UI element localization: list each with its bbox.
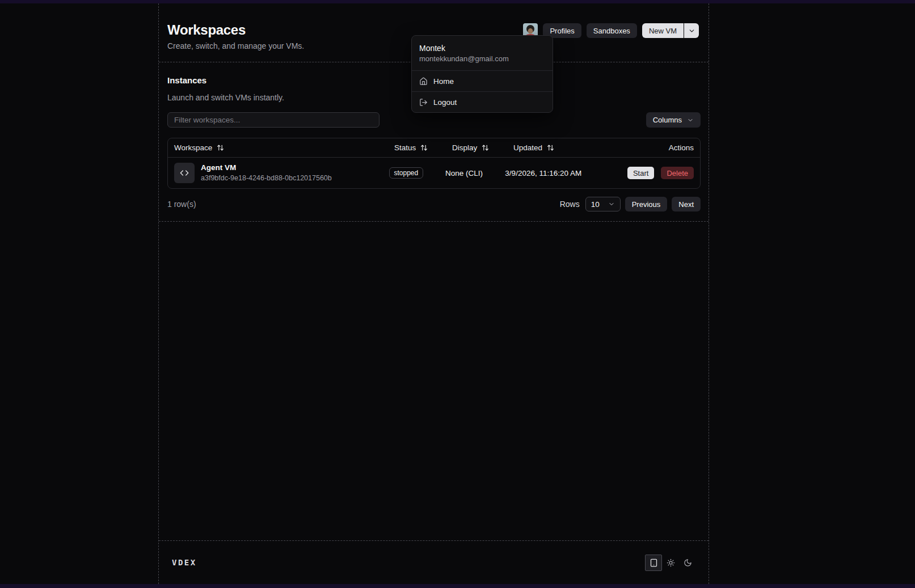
table-row: Agent VM a3f9bfdc-9e18-4246-bd88-0bc1201… — [168, 158, 700, 188]
new-vm-button[interactable]: New VM — [642, 23, 684, 38]
workspace-cell: Agent VM a3f9bfdc-9e18-4246-bd88-0bc1201… — [168, 163, 389, 183]
workspace-name: Agent VM — [201, 163, 332, 172]
previous-page-button[interactable]: Previous — [625, 197, 668, 211]
row-actions: Start Delete — [627, 167, 694, 179]
arrow-up-down-icon — [217, 144, 224, 151]
menu-item-home-label: Home — [433, 77, 454, 86]
column-header-updated[interactable]: Updated — [513, 143, 639, 152]
sandboxes-button[interactable]: Sandboxes — [587, 23, 637, 38]
top-accent-strip — [0, 0, 915, 3]
menu-item-home[interactable]: Home — [412, 71, 553, 91]
page-subtitle: Create, switch, and manage your VMs. — [167, 41, 304, 50]
column-header-status[interactable]: Status — [394, 143, 452, 152]
moon-icon — [684, 559, 692, 567]
arrow-up-down-icon — [547, 144, 554, 151]
pagination-controls: Rows 10 Previous Next — [560, 197, 701, 211]
page-title: Workspaces — [167, 22, 246, 38]
log-out-icon — [419, 98, 428, 107]
theme-toggle — [645, 555, 696, 571]
column-header-display[interactable]: Display — [452, 143, 513, 152]
chevron-down-icon — [687, 117, 694, 124]
column-header-workspace[interactable]: Workspace — [168, 143, 394, 152]
bottom-accent-strip — [0, 584, 915, 588]
display-cell: None (CLI) — [445, 168, 505, 178]
menu-item-logout[interactable]: Logout — [412, 92, 553, 112]
rows-per-page-select[interactable]: 10 — [585, 197, 621, 211]
theme-light-button[interactable] — [662, 555, 679, 571]
workspace-id: a3f9bfdc-9e18-4246-bd88-0bc12017560b — [201, 174, 332, 183]
theme-dark-button[interactable] — [679, 555, 696, 571]
columns-button-label: Columns — [653, 116, 682, 124]
page-footer: VDEX — [159, 540, 709, 584]
table-header-row: Workspace Status Display Updated Actions — [168, 138, 700, 158]
arrow-up-down-icon — [482, 144, 489, 151]
empty-content-area — [159, 222, 709, 540]
tablet-icon — [650, 559, 658, 567]
menu-item-logout-label: Logout — [433, 98, 457, 107]
rows-label: Rows — [560, 200, 580, 209]
pagination-bar: 1 row(s) Rows 10 Previous Next — [167, 196, 701, 212]
workspace-type-box — [174, 163, 195, 183]
code-icon — [180, 168, 189, 177]
home-icon — [419, 77, 428, 86]
user-dropdown-menu: Montek montekkundan@gmail.com Home Logou… — [411, 35, 553, 113]
instances-subtitle: Launch and switch VMs instantly. — [167, 93, 284, 102]
instances-title: Instances — [167, 75, 206, 85]
start-button[interactable]: Start — [627, 167, 654, 179]
instances-table: Workspace Status Display Updated Actions — [167, 138, 701, 189]
row-count: 1 row(s) — [167, 200, 196, 209]
user-email: montekkundan@gmail.com — [419, 54, 545, 64]
user-name: Montek — [419, 43, 545, 53]
arrow-up-down-icon — [420, 144, 428, 151]
theme-system-button[interactable] — [645, 555, 662, 571]
delete-button[interactable]: Delete — [661, 167, 694, 179]
column-header-actions: Actions — [639, 143, 700, 152]
chevron-down-icon — [608, 201, 615, 208]
next-page-button[interactable]: Next — [672, 197, 701, 211]
actions-cell: Start Delete — [627, 167, 700, 179]
new-vm-dropdown-button[interactable] — [684, 23, 699, 38]
rows-per-page-value: 10 — [591, 200, 600, 209]
chevron-down-icon — [688, 27, 695, 35]
status-badge: stopped — [389, 167, 424, 179]
new-vm-split-button: New VM — [642, 23, 699, 38]
brand-logo: VDEX — [172, 558, 197, 567]
updated-cell: 3/9/2026, 11:16:20 AM — [505, 168, 627, 178]
sun-icon — [667, 559, 675, 567]
columns-button[interactable]: Columns — [646, 112, 701, 128]
workspace-info: Agent VM a3f9bfdc-9e18-4246-bd88-0bc1201… — [201, 163, 332, 183]
user-menu-label: Montek montekkundan@gmail.com — [412, 36, 553, 70]
status-cell: stopped — [389, 167, 446, 179]
filter-workspaces-input[interactable] — [167, 112, 380, 128]
